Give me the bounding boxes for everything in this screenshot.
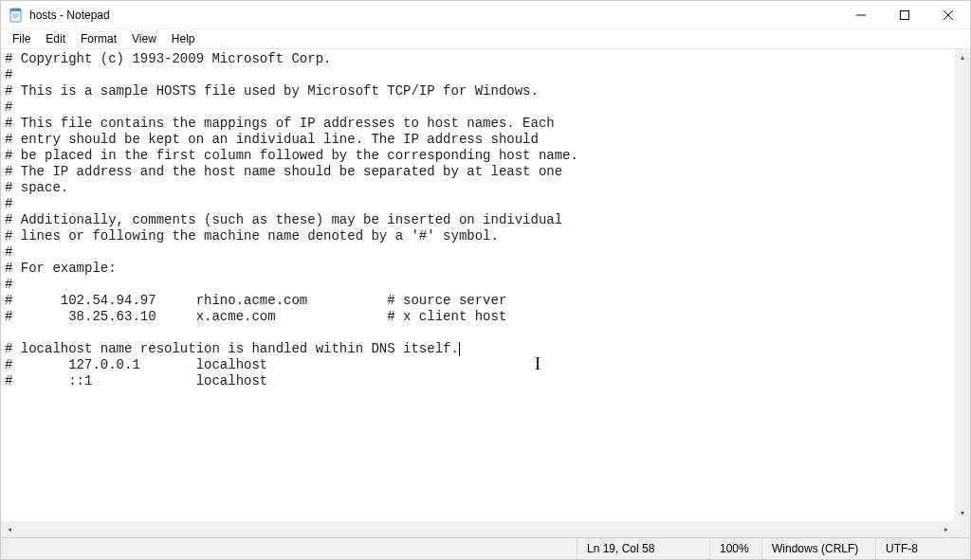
editor-content-head: # Copyright (c) 1993-2009 Microsoft Corp… [5,51,578,356]
scroll-up-icon[interactable]: ▴ [954,49,970,65]
menu-edit[interactable]: Edit [38,30,73,47]
status-position: Ln 19, Col 58 [577,538,709,559]
text-editor[interactable]: # Copyright (c) 1993-2009 Microsoft Corp… [1,49,954,521]
scroll-down-icon[interactable]: ▾ [954,505,970,521]
scroll-left-icon[interactable]: ◂ [1,521,17,537]
menu-view[interactable]: View [124,30,164,47]
status-zoom: 100% [709,538,761,559]
status-bar: Ln 19, Col 58 100% Windows (CRLF) UTF-8 [1,537,970,559]
menu-bar: File Edit Format View Help [1,29,970,48]
text-caret [459,342,460,356]
status-line-ending: Windows (CRLF) [761,538,875,559]
vertical-scrollbar[interactable]: ▴ ▾ [954,49,970,521]
close-button[interactable] [926,1,970,28]
menu-file[interactable]: File [5,30,38,47]
svg-rect-6 [901,10,909,19]
editor-content-tail: # 127.0.0.1 localhost # ::1 localhost [5,357,267,388]
notepad-window: hosts - Notepad File Edit Format View He… [0,0,971,560]
editor-area: # Copyright (c) 1993-2009 Microsoft Corp… [1,48,970,537]
scroll-corner [954,521,970,537]
maximize-button[interactable] [883,1,926,28]
menu-format[interactable]: Format [73,30,124,47]
minimize-button[interactable] [839,1,883,28]
window-title: hosts - Notepad [29,9,110,22]
svg-rect-1 [10,9,21,11]
menu-help[interactable]: Help [164,30,203,47]
scroll-right-icon[interactable]: ▸ [938,521,954,537]
title-bar: hosts - Notepad [1,1,970,29]
status-encoding: UTF-8 [875,538,970,559]
status-spacer [1,538,577,559]
horizontal-scrollbar[interactable]: ◂ ▸ [1,521,954,537]
window-controls [839,1,970,28]
notepad-icon [9,8,24,23]
